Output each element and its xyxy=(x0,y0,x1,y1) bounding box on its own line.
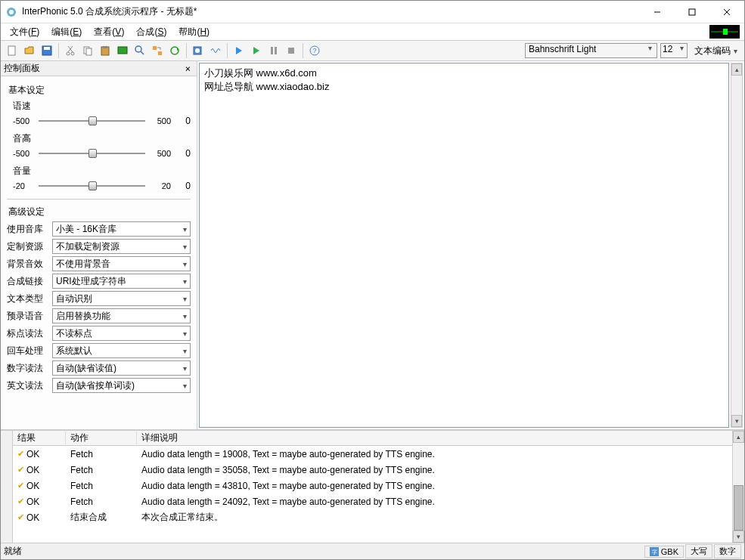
control-panel-header: 控制面板 × xyxy=(1,61,197,76)
menu-synth[interactable]: 合成(S) xyxy=(132,24,171,40)
log-row[interactable]: ✔OK Fetch Audio data length = 19008, Tex… xyxy=(13,446,732,462)
menu-view[interactable]: 查看(V) xyxy=(89,24,129,40)
refresh-button[interactable] xyxy=(166,42,183,59)
editor-scrollbar[interactable]: ▴ ▾ xyxy=(731,63,743,428)
log-status-text: OK xyxy=(26,512,39,523)
setting-select[interactable]: URI处理成字符串 xyxy=(52,274,191,289)
paste-button[interactable] xyxy=(97,42,113,59)
status-ready: 就绪 xyxy=(4,545,643,558)
log-status-text: OK xyxy=(26,449,39,459)
scroll-down-icon[interactable]: ▾ xyxy=(733,531,744,543)
log-scrollbar[interactable]: ▴ ▾ xyxy=(732,431,744,543)
setting-select[interactable]: 自动识别 xyxy=(52,291,191,306)
setting-label: 数字读法 xyxy=(7,362,49,375)
log-row[interactable]: ✔OK Fetch Audio data length = 43810, Tex… xyxy=(13,478,732,493)
copy-button[interactable] xyxy=(79,42,96,59)
slider-min: -500 xyxy=(13,149,34,158)
log-desc-text: Audio data length = 43810, Text = maybe … xyxy=(137,481,732,491)
setting-select[interactable]: 不加载定制资源 xyxy=(52,239,191,254)
menubar: 文件(F) 编辑(E) 查看(V) 合成(S) 帮助(H) xyxy=(1,23,744,40)
titlebar: InterPhonic 5.0 合成系统演示程序 - 无标题* xyxy=(1,1,744,23)
svg-point-11 xyxy=(67,52,70,55)
menu-file[interactable]: 文件(F) xyxy=(5,24,44,40)
svg-rect-7 xyxy=(723,29,728,35)
slider-value: 0 xyxy=(175,181,191,191)
help-button[interactable]: ? xyxy=(306,42,323,59)
screen-button[interactable] xyxy=(114,42,131,59)
find-button[interactable] xyxy=(132,42,148,59)
svg-rect-10 xyxy=(44,47,50,50)
menu-edit[interactable]: 编辑(E) xyxy=(47,24,86,40)
advanced-section-title: 高级设定 xyxy=(8,206,191,218)
scroll-thumb[interactable] xyxy=(734,485,743,531)
svg-rect-3 xyxy=(689,9,695,15)
slider-track[interactable] xyxy=(39,179,145,193)
check-icon: ✔ xyxy=(17,497,24,506)
setting-label: 合成链接 xyxy=(7,275,49,288)
wave-button[interactable] xyxy=(207,42,224,59)
log-tab[interactable]: 信息输出 xyxy=(1,431,13,543)
log-row[interactable]: ✔OK Fetch Audio data length = 24092, Tex… xyxy=(13,493,732,509)
text-editor[interactable]: 小刀娱乐网 www.x6d.com网址总导航 www.xiaodao.biz xyxy=(199,63,729,428)
setting-select[interactable]: 不使用背景音 xyxy=(52,256,191,271)
panel-close-button[interactable]: × xyxy=(182,63,194,74)
setting-label: 回车处理 xyxy=(7,345,49,357)
log-desc-text: 本次合成正常结束。 xyxy=(137,511,732,524)
window-title: InterPhonic 5.0 合成系统演示程序 - 无标题* xyxy=(22,5,640,18)
svg-rect-29 xyxy=(288,48,294,54)
setting-select[interactable]: 自动(缺省读值) xyxy=(52,360,191,376)
slider-track[interactable] xyxy=(39,114,145,128)
size-select[interactable]: 12▾ xyxy=(660,43,688,58)
slider-max: 500 xyxy=(150,149,171,158)
setting-select[interactable]: 不读标点 xyxy=(52,326,191,341)
encoding-button[interactable]: 文本编码▾ xyxy=(691,43,741,58)
log-desc-text: Audio data length = 24092, Text = maybe … xyxy=(137,497,732,507)
log-row[interactable]: ✔OK Fetch Audio data length = 35058, Tex… xyxy=(13,462,732,478)
setting-label: 使用音库 xyxy=(7,223,49,236)
slider-track[interactable] xyxy=(39,147,145,160)
basic-section-title: 基本设定 xyxy=(8,84,191,97)
check-icon: ✔ xyxy=(17,449,24,459)
pause-button[interactable] xyxy=(265,42,282,59)
setting-select[interactable]: 系统默认 xyxy=(52,343,191,358)
setting-label: 英文读法 xyxy=(7,379,49,392)
svg-rect-28 xyxy=(275,47,277,54)
new-button[interactable] xyxy=(4,42,20,59)
setting-select[interactable]: 小美 - 16K音库 xyxy=(52,221,191,237)
minimize-button[interactable] xyxy=(640,1,675,23)
maximize-button[interactable] xyxy=(675,1,709,23)
setting-select[interactable]: 自动(缺省按单词读) xyxy=(52,378,191,393)
cut-button[interactable] xyxy=(62,42,79,59)
svg-rect-23 xyxy=(158,51,162,55)
log-action-text: Fetch xyxy=(66,465,137,475)
menu-help[interactable]: 帮助(H) xyxy=(174,24,214,40)
font-select[interactable]: Bahnschrift Light▾ xyxy=(525,43,657,58)
play-button[interactable] xyxy=(231,42,247,59)
open-button[interactable] xyxy=(21,42,38,59)
log-status-text: OK xyxy=(26,481,39,491)
log-header-desc: 详细说明 xyxy=(137,432,732,444)
setting-label: 定制资源 xyxy=(7,240,49,253)
scroll-up-icon[interactable]: ▴ xyxy=(731,63,742,76)
slider-max: 20 xyxy=(150,181,171,190)
svg-text:?: ? xyxy=(312,47,316,54)
log-row[interactable]: ✔OK 结束合成 本次合成正常结束。 xyxy=(13,509,732,525)
slider-label: 音高 xyxy=(13,132,191,145)
main-area: 控制面板 × 基本设定 语速 -500 500 0 音高 -500 500 xyxy=(1,61,744,429)
slider-min: -500 xyxy=(13,116,34,125)
stop-button[interactable] xyxy=(283,42,300,59)
log-body: ✔OK Fetch Audio data length = 19008, Tex… xyxy=(13,446,732,543)
play-selection-button[interactable] xyxy=(248,42,265,59)
scroll-up-icon[interactable]: ▴ xyxy=(733,431,744,443)
slider-value: 0 xyxy=(175,148,191,159)
replace-button[interactable] xyxy=(149,42,166,59)
log-header-result: 结果 xyxy=(13,432,66,444)
setting-select[interactable]: 启用替换功能 xyxy=(52,308,191,323)
scroll-down-icon[interactable]: ▾ xyxy=(731,415,742,427)
svg-rect-18 xyxy=(103,46,107,48)
voice-button[interactable] xyxy=(190,42,206,59)
save-button[interactable] xyxy=(39,42,55,59)
close-button[interactable] xyxy=(709,1,744,23)
log-panel: 信息输出 结果 动作 详细说明 ✔OK Fetch Audio data len… xyxy=(1,429,744,543)
svg-line-21 xyxy=(141,51,144,54)
